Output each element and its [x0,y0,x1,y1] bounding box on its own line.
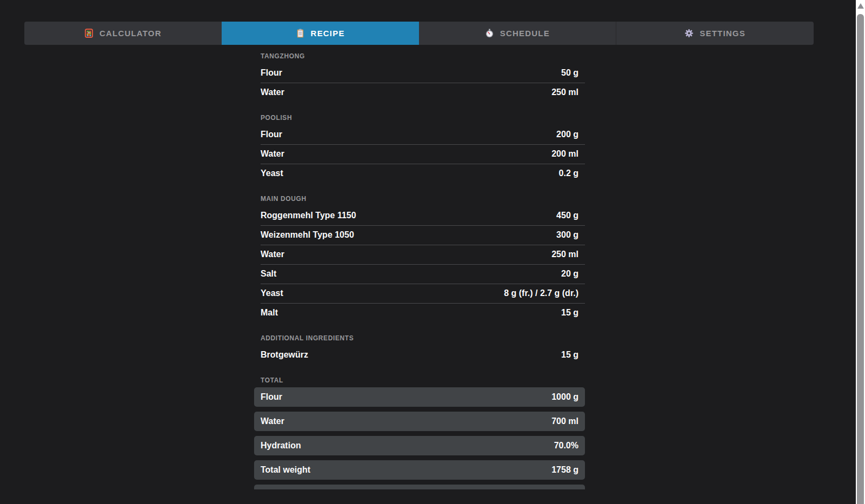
recipe-section: ADDITIONAL INGREDIENTS Brotgewürz 15 g [254,334,585,365]
total-label: Hydration [261,441,301,451]
section-title: TOTAL [254,377,585,384]
section-title: POOLISH [254,114,585,122]
total-label: Flour [261,392,282,402]
tab-label: CALCULATOR [99,29,162,38]
section-title: ADDITIONAL INGREDIENTS [254,334,585,342]
total-label: Total weight [261,465,310,475]
ingredient-value: 0.2 g [559,169,578,178]
ingredient-row: Flour 50 g [254,63,585,83]
ingredient-value: 50 g [561,68,578,78]
ingredient-label: Malt [261,308,278,318]
ingredient-value: 450 g [556,211,578,220]
recipe-content: TANGZHONG Flour 50 g Water 250 ml POOLIS… [254,52,585,501]
ingredient-value: 200 ml [551,149,578,159]
ingredient-label: Salt [261,269,276,279]
total-value: 1758 g [551,465,578,475]
ingredient-value: 20 g [561,269,578,279]
ingredient-row: Water 250 ml [254,245,585,264]
total-value: 70.0% [554,441,578,451]
total-row: Water 700 ml [254,412,585,431]
recipe-section: MAIN DOUGH Roggenmehl Type 1150 450 g We… [254,195,585,322]
recipe-section: TANGZHONG Flour 50 g Water 250 ml [254,52,585,102]
ingredient-row: Malt 15 g [254,303,585,322]
ingredient-label: Yeast [261,169,283,178]
ingredient-label: Water [261,88,284,97]
total-rows: Flour 1000 g Water 700 ml Hydration 70.0… [254,387,585,489]
ingredient-value: 300 g [556,230,578,240]
ingredient-row: Salt 20 g [254,264,585,284]
section-rows: Brotgewürz 15 g [254,345,585,365]
ingredient-row: Yeast 8 g (fr.) / 2.7 g (dr.) [254,284,585,303]
stopwatch-icon [485,29,494,38]
ingredient-value: 15 g [561,308,578,318]
ingredient-label: Water [261,250,284,259]
ingredient-label: Weizenmehl Type 1050 [261,230,354,240]
total-label: Water [261,416,284,426]
ingredient-label: Flour [261,130,282,139]
ingredient-label: Flour [261,68,282,78]
ingredient-row: Weizenmehl Type 1050 300 g [254,225,585,245]
tab-schedule[interactable]: SCHEDULE [419,22,616,45]
total-value: 1000 g [551,392,578,402]
total-row: Flour 1000 g [254,387,585,407]
section-title: MAIN DOUGH [254,195,585,203]
total-section: TOTAL Flour 1000 g Water 700 ml Hydratio… [254,377,585,489]
ingredient-value: 250 ml [551,88,578,97]
ingredient-label: Brotgewürz [261,350,308,360]
ingredient-row: Water 200 ml [254,144,585,164]
total-row: Total weight 1758 g [254,460,585,480]
ingredient-row: Brotgewürz 15 g [254,345,585,365]
ingredient-label: Roggenmehl Type 1150 [261,211,356,220]
ingredient-value: 8 g (fr.) / 2.7 g (dr.) [504,288,578,298]
tab-recipe[interactable]: RECIPE [222,22,419,45]
section-rows: Roggenmehl Type 1150 450 g Weizenmehl Ty… [254,206,585,322]
tab-settings[interactable]: SETTINGS [616,22,814,45]
scroll-up-icon[interactable] [857,3,864,9]
ingredient-row: Roggenmehl Type 1150 450 g [254,206,585,225]
ingredient-row: Flour 200 g [254,125,585,144]
tab-label: SCHEDULE [500,29,550,38]
tab-calculator[interactable]: CALCULATOR [24,22,222,45]
ingredient-value: 200 g [556,130,578,139]
recipe-sections: TANGZHONG Flour 50 g Water 250 ml POOLIS… [254,52,585,365]
tab-label: SETTINGS [700,29,746,38]
ingredient-row: Water 250 ml [254,83,585,102]
gear-icon [684,29,694,38]
tab-label: RECIPE [311,29,345,38]
abacus-icon [84,29,94,38]
ingredient-value: 250 ml [551,250,578,259]
section-title: TANGZHONG [254,52,585,60]
ingredient-value: 15 g [561,350,578,360]
ingredient-label: Water [261,149,284,159]
total-row: Hydration 70.0% [254,436,585,455]
tab-bar: CALCULATOR RECIPE SCHEDULE SETTINGS [24,22,814,45]
scrollbar-thumb[interactable] [857,14,864,504]
total-value: 700 ml [551,416,578,426]
clipboard-icon [296,29,305,38]
total-row-partial [254,485,585,489]
section-rows: Flour 50 g Water 250 ml [254,63,585,102]
ingredient-row: Yeast 0.2 g [254,164,585,183]
recipe-section: POOLISH Flour 200 g Water 200 ml Yeast 0… [254,114,585,183]
section-rows: Flour 200 g Water 200 ml Yeast 0.2 g [254,125,585,183]
scrollbar[interactable] [856,0,865,504]
ingredient-label: Yeast [261,288,283,298]
